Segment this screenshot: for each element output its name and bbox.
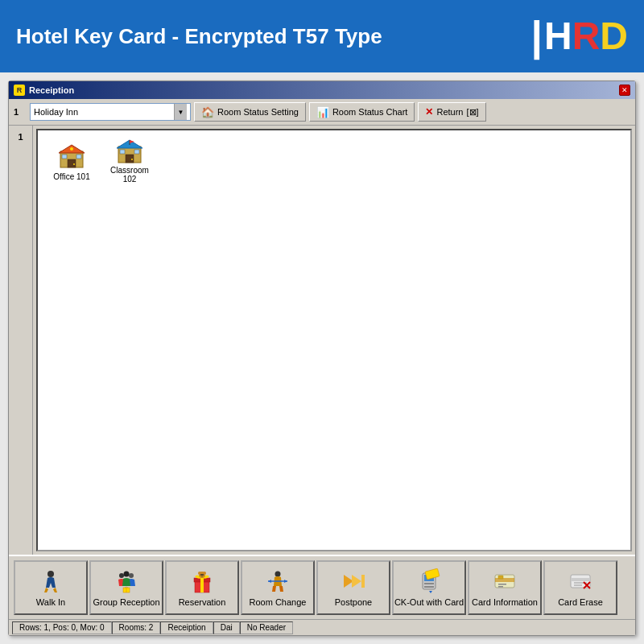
reservation-label: Reservation [179,597,226,607]
svg-marker-31 [352,575,361,588]
svg-point-10 [131,159,133,160]
card-erase-icon [568,568,593,594]
room-change-label: Room Change [250,597,307,607]
card-information-label: Card Information [472,597,538,607]
return-key-icon: [⊠] [466,107,478,118]
postpone-icon [341,568,366,594]
walk-in-label: Walk In [36,597,65,607]
group-reception-icon [114,568,139,594]
status-dai: Dai [213,621,240,634]
svg-rect-42 [498,576,503,579]
svg-rect-40 [498,584,506,585]
svg-point-3 [73,163,75,165]
header: Hotel Key Card - Encrypted T57 Type | H … [0,0,644,72]
status-bar: Rows: 1, Pos: 0, Mov: 0 Rooms: 2 Receip​… [9,619,635,635]
room-item-classroom-102[interactable]: Classroom 102 [102,137,157,185]
window-title: Receip​tion [29,85,74,95]
svg-point-15 [47,571,54,577]
main-area: R Receip​tion ✕ 1 Holiday Inn ▼ 🏠 Room S… [0,72,644,644]
ck-out-with-card-button[interactable]: CK-Out with Card [392,560,466,615]
group-reception-button[interactable]: Group Reception [89,560,163,615]
hotel-dropdown[interactable]: Holiday Inn ▼ [30,103,191,121]
card-erase-button[interactable]: Card Erase [543,560,617,615]
logo: | H R D [530,15,628,57]
svg-rect-37 [425,568,440,580]
room-label-classroom-102: Classroom 102 [105,166,155,184]
svg-rect-9 [126,155,134,163]
room-status-setting-label: Room Status Setting [217,107,299,117]
return-button[interactable]: ✕ Return [⊠] [418,102,485,122]
room-status-chart-button[interactable]: 📊 Room Status Chart [309,102,415,122]
group-reception-label: Group Reception [93,597,159,607]
postpone-button[interactable]: Postpone [316,560,390,615]
status-rows: Rows: 1, Pos: 0, Mov: 0 [12,621,112,634]
svg-rect-23 [200,578,204,592]
status-reception: Receip​tion [160,621,213,634]
row-number: 1 [14,107,23,117]
svg-point-18 [124,572,130,577]
room-grid: Office 101 [36,129,632,551]
title-bar-left: R Receip​tion [14,85,74,96]
svg-rect-41 [498,586,503,588]
room-change-button[interactable]: Room Change [241,560,315,615]
left-column: 1 [9,126,33,555]
reception-window: R Receip​tion ✕ 1 Holiday Inn ▼ 🏠 Room S… [8,80,636,636]
room-label-office-101: Office 101 [53,172,89,181]
room-item-office-101[interactable]: Office 101 [44,137,99,185]
svg-rect-2 [68,159,76,167]
reservation-button[interactable]: Reservation [165,560,239,615]
room-status-setting-icon: 🏠 [201,106,214,118]
svg-rect-35 [424,583,434,584]
room-icon-classroom-102 [114,138,146,164]
svg-rect-5 [76,155,81,159]
status-rooms: Rooms: 2 [112,621,161,634]
svg-point-16 [119,573,124,578]
room-status-setting-button[interactable]: 🏠 Room Status Setting [194,102,306,122]
logo-d: D [600,17,628,56]
svg-point-6 [70,147,73,151]
walk-in-button[interactable]: Walk In [14,560,88,615]
title-bar: R Receip​tion ✕ [9,81,635,99]
logo-h: H [544,17,572,56]
postpone-label: Postpone [335,597,372,607]
svg-rect-39 [495,578,514,582]
return-x-icon: ✕ [425,106,433,118]
logo-pipe: | [530,15,543,57]
svg-rect-36 [424,586,434,588]
dropdown-arrow-icon: ▼ [174,104,187,120]
toolbar: 1 Holiday Inn ▼ 🏠 Room Status Setting 📊 … [9,99,635,126]
status-reader: No Reader [240,621,293,634]
reservation-icon [189,568,215,594]
svg-point-28 [202,574,204,576]
card-information-icon [492,568,518,594]
card-information-button[interactable]: Card Information [468,560,542,615]
svg-point-27 [200,574,202,576]
room-status-chart-label: Room Status Chart [332,107,408,117]
app-title: Hotel Key Card - Encrypted T57 Type [16,24,382,49]
bottom-toolbar: Walk In [9,555,635,619]
ck-out-with-card-label: CK-Out with Card [394,597,464,607]
window-icon: R [14,85,25,96]
svg-point-17 [129,573,134,578]
content-row-num: 1 [16,129,24,145]
content-area: 1 [9,126,635,555]
svg-point-29 [275,572,281,577]
svg-rect-12 [134,150,139,154]
svg-rect-4 [62,155,67,159]
walk-in-icon [38,568,64,594]
room-status-chart-icon: 📊 [316,106,329,118]
room-icon-office-101 [56,142,88,171]
window-close-button[interactable]: ✕ [619,85,630,96]
hotel-name: Holiday Inn [34,107,78,117]
svg-rect-44 [571,578,590,581]
card-erase-label: Card Erase [558,597,603,607]
return-label: Return [436,107,463,117]
ck-out-with-card-icon [416,568,442,594]
room-change-icon [265,568,291,594]
svg-rect-11 [120,150,125,154]
logo-r: R [572,17,601,56]
svg-rect-32 [361,575,365,588]
